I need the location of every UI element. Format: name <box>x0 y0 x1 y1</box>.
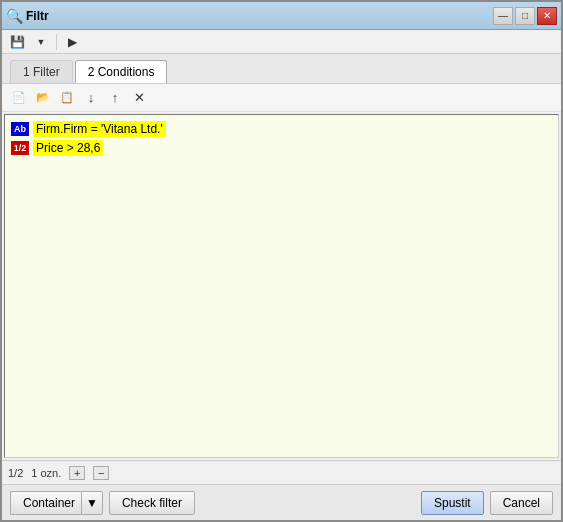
copy-button[interactable]: 📋 <box>56 88 78 108</box>
dropdown-arrow-button[interactable]: ▼ <box>30 32 52 52</box>
check-filter-button[interactable]: Check filter <box>109 491 195 515</box>
container-button[interactable]: Container <box>10 491 81 515</box>
move-up-button[interactable]: ↑ <box>104 88 126 108</box>
down-arrow-icon: ↓ <box>88 90 95 105</box>
cancel-button[interactable]: Cancel <box>490 491 553 515</box>
window-title: Filtr <box>26 9 493 23</box>
delete-icon: ✕ <box>134 90 145 105</box>
menu-divider <box>56 34 57 50</box>
up-arrow-icon: ↑ <box>112 90 119 105</box>
condition-text-1: Firm.Firm = 'Vitana Ltd.' <box>33 121 166 137</box>
save-button[interactable]: 💾 <box>6 32 28 52</box>
count-text: 1 ozn. <box>31 467 61 479</box>
tab-area: 1 Filter 2 Conditions <box>2 54 561 84</box>
condition-item[interactable]: 1/2 Price > 28,6 <box>9 139 554 157</box>
move-down-button[interactable]: ↓ <box>80 88 102 108</box>
position-text: 1/2 <box>8 467 23 479</box>
title-bar: 🔍 Filtr — □ ✕ <box>2 2 561 30</box>
badge-ab: Ab <box>11 122 29 136</box>
minimize-button[interactable]: — <box>493 7 513 25</box>
toolbar: 📄 📂 📋 ↓ ↑ ✕ <box>2 84 561 112</box>
play-button[interactable]: ▶ <box>61 32 83 52</box>
tab-filter[interactable]: 1 Filter <box>10 60 73 83</box>
open-icon: 📂 <box>36 91 50 104</box>
status-bar: 1/2 1 ozn. + − <box>2 460 561 484</box>
new-icon: 📄 <box>12 91 26 104</box>
close-button[interactable]: ✕ <box>537 7 557 25</box>
window-icon: 🔍 <box>6 8 22 24</box>
bottom-bar: Container ▼ Check filter Spustit Cancel <box>2 484 561 520</box>
title-bar-buttons: — □ ✕ <box>493 7 557 25</box>
condition-list: Ab Firm.Firm = 'Vitana Ltd.' 1/2 Price >… <box>9 120 554 157</box>
zoom-out-button[interactable]: − <box>93 466 109 480</box>
conditions-list-area[interactable]: Ab Firm.Firm = 'Vitana Ltd.' 1/2 Price >… <box>4 114 559 458</box>
new-button[interactable]: 📄 <box>8 88 30 108</box>
badge-12: 1/2 <box>11 141 29 155</box>
main-window: 🔍 Filtr — □ ✕ 💾 ▼ ▶ 1 Filter 2 Condition… <box>0 0 563 522</box>
maximize-button[interactable]: □ <box>515 7 535 25</box>
spustit-button[interactable]: Spustit <box>421 491 484 515</box>
zoom-in-button[interactable]: + <box>69 466 85 480</box>
delete-button[interactable]: ✕ <box>128 88 150 108</box>
container-dropdown-button[interactable]: ▼ <box>81 491 103 515</box>
copy-icon: 📋 <box>60 91 74 104</box>
condition-item[interactable]: Ab Firm.Firm = 'Vitana Ltd.' <box>9 120 554 138</box>
open-button[interactable]: 📂 <box>32 88 54 108</box>
container-btn-group: Container ▼ <box>10 491 103 515</box>
menu-bar: 💾 ▼ ▶ <box>2 30 561 54</box>
condition-text-2: Price > 28,6 <box>33 140 103 156</box>
tab-conditions[interactable]: 2 Conditions <box>75 60 168 83</box>
